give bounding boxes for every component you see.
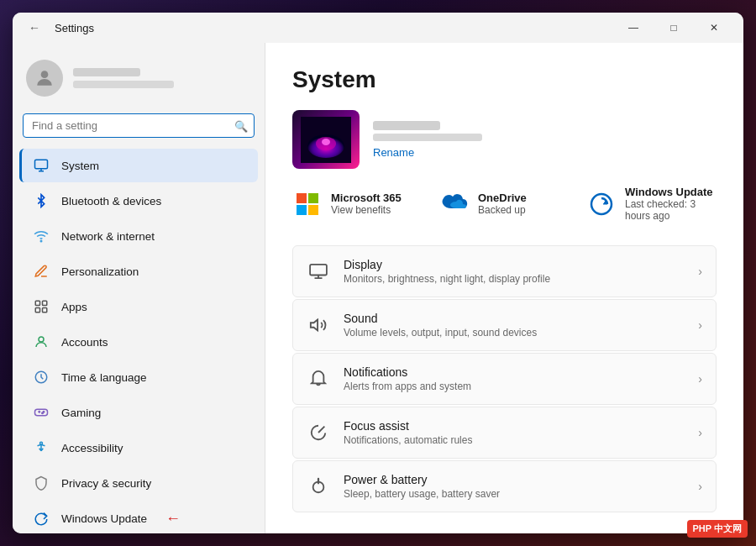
user-section [13, 50, 265, 110]
maximize-button[interactable]: □ [654, 14, 693, 41]
titlebar-left: ← Settings [23, 16, 94, 39]
sidebar-label-time: Time & language [61, 371, 147, 384]
sidebar-item-windows-update[interactable]: Windows Update ← [19, 501, 258, 533]
power-text: Power & battery Sleep, battery usage, ba… [344, 473, 685, 500]
focus-chevron: › [698, 426, 702, 439]
svg-rect-22 [310, 265, 327, 276]
ms365-icon [292, 189, 323, 219]
apps-icon [33, 298, 50, 315]
user-name [73, 68, 140, 76]
settings-item-notifications[interactable]: Notifications Alerts from apps and syste… [292, 353, 717, 405]
gaming-icon [33, 404, 50, 421]
onedrive-text: OneDrive Backed up [478, 192, 527, 216]
sound-subtitle: Volume levels, output, input, sound devi… [344, 327, 685, 339]
sound-icon [307, 313, 330, 337]
search-box: 🔍 [23, 113, 255, 138]
sidebar-item-bluetooth[interactable]: Bluetooth & devices [19, 184, 258, 218]
quick-link-onedrive[interactable]: OneDrive Backed up [439, 186, 570, 222]
ms365-text: Microsoft 365 View benefits [331, 192, 402, 216]
notifications-chevron: › [698, 372, 702, 386]
svg-rect-20 [308, 205, 318, 215]
device-info: Rename [373, 121, 482, 159]
search-input[interactable] [23, 113, 255, 138]
power-subtitle: Sleep, battery usage, battery saver [344, 488, 685, 500]
device-email-bar [373, 134, 482, 141]
sidebar-label-personalization: Personalization [61, 265, 139, 278]
avatar [26, 60, 63, 97]
notifications-icon [307, 367, 330, 391]
settings-item-power[interactable]: Power & battery Sleep, battery usage, ba… [292, 460, 717, 512]
privacy-icon [33, 475, 50, 491]
window-controls: — □ ✕ [614, 14, 733, 41]
quick-link-ms365[interactable]: Microsoft 365 View benefits [292, 186, 423, 222]
titlebar: ← Settings — □ ✕ [13, 13, 743, 43]
bluetooth-icon [33, 192, 50, 209]
back-button[interactable]: ← [23, 16, 46, 39]
sidebar-item-apps[interactable]: Apps [19, 290, 258, 323]
minimize-button[interactable]: — [614, 14, 653, 41]
rename-link[interactable]: Rename [373, 146, 482, 159]
svg-point-2 [40, 240, 42, 242]
onedrive-subtitle: Backed up [478, 204, 527, 216]
watermark-badge: PHP 中文网 [687, 520, 748, 538]
focus-icon [307, 421, 330, 444]
display-text: Display Monitors, brightness, night ligh… [344, 258, 685, 285]
display-title: Display [344, 258, 685, 271]
sound-chevron: › [698, 318, 702, 332]
power-chevron: › [698, 480, 702, 493]
settings-item-display[interactable]: Display Monitors, brightness, night ligh… [292, 245, 717, 297]
sidebar-item-privacy[interactable]: Privacy & security [19, 466, 258, 500]
sidebar-label-apps: Apps [61, 301, 87, 313]
sidebar-item-system[interactable]: System [19, 149, 258, 182]
ms365-subtitle: View benefits [331, 204, 402, 216]
page-title: System [292, 66, 717, 93]
ms365-title: Microsoft 365 [331, 192, 402, 204]
settings-window: ← Settings — □ ✕ 🔍 [13, 13, 743, 533]
network-icon [33, 228, 50, 244]
system-icon [33, 157, 50, 174]
device-name-bar [373, 121, 440, 130]
search-icon: 🔍 [234, 119, 248, 132]
update-arrow-indicator: ← [165, 510, 181, 528]
sidebar-label-accessibility: Accessibility [61, 442, 123, 454]
device-card: Rename [292, 110, 717, 169]
windows-update-icon [33, 511, 50, 528]
svg-rect-18 [308, 193, 318, 203]
settings-list: Display Monitors, brightness, night ligh… [292, 245, 717, 512]
content-area: System [265, 43, 743, 533]
sound-title: Sound [344, 312, 685, 325]
sidebar-label-network: Network & internet [61, 230, 155, 243]
quick-link-windows-update[interactable]: Windows Update Last checked: 3 hours ago [586, 186, 717, 222]
time-icon [33, 369, 50, 386]
sidebar-item-accessibility[interactable]: Accessibility [19, 431, 258, 465]
svg-rect-4 [43, 301, 47, 305]
sidebar-item-personalization[interactable]: Personalization [19, 255, 258, 288]
settings-item-focus[interactable]: Focus assist Notifications, automatic ru… [292, 407, 717, 459]
sidebar-item-accounts[interactable]: Accounts [19, 325, 258, 359]
wu-subtitle: Last checked: 3 hours ago [625, 198, 717, 222]
quick-links: Microsoft 365 View benefits OneDrive Bac… [292, 186, 717, 228]
power-icon [307, 475, 330, 498]
sidebar-item-time[interactable]: Time & language [19, 360, 258, 394]
sidebar-label-system: System [61, 160, 99, 172]
onedrive-title: OneDrive [478, 192, 527, 204]
svg-point-11 [42, 412, 44, 414]
accounts-icon [33, 333, 50, 350]
svg-point-21 [591, 194, 612, 214]
display-chevron: › [698, 265, 702, 278]
svg-rect-5 [35, 308, 39, 312]
close-button[interactable]: ✕ [695, 14, 733, 41]
svg-rect-1 [35, 160, 48, 169]
sidebar-label-gaming: Gaming [61, 407, 101, 419]
sidebar-item-network[interactable]: Network & internet [19, 219, 258, 253]
notifications-subtitle: Alerts from apps and system [344, 381, 685, 392]
svg-rect-17 [297, 193, 307, 203]
sidebar-item-gaming[interactable]: Gaming [19, 396, 258, 429]
svg-point-7 [39, 337, 44, 342]
svg-rect-9 [35, 409, 48, 416]
accessibility-icon [33, 439, 50, 456]
svg-rect-19 [297, 205, 307, 215]
wu-title: Windows Update [625, 186, 717, 198]
svg-rect-6 [43, 308, 47, 312]
settings-item-sound[interactable]: Sound Volume levels, output, input, soun… [292, 299, 717, 351]
